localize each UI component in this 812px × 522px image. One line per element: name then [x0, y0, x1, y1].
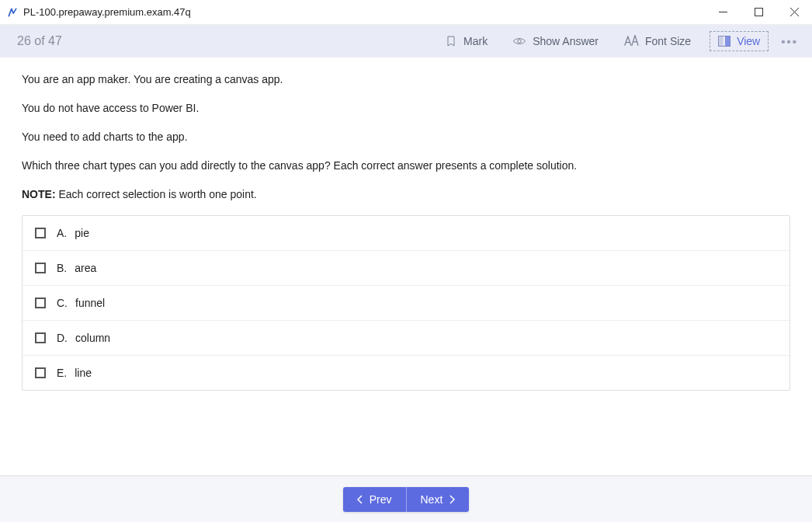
checkbox-icon	[35, 298, 46, 308]
answer-options: A. pie B. area C. funnel D. column E. li…	[22, 215, 790, 391]
mark-button[interactable]: Mark	[440, 32, 492, 50]
question-content: You are an app maker. You are creating a…	[0, 57, 812, 475]
option-letter: E.	[57, 367, 67, 379]
note-text: Each correct selection is worth one poin…	[56, 188, 257, 200]
svg-rect-0	[719, 12, 727, 12]
checkbox-icon	[35, 367, 46, 378]
next-label: Next	[421, 493, 443, 506]
option-text: funnel	[75, 297, 105, 309]
svg-rect-4	[719, 37, 724, 47]
option-c[interactable]: C. funnel	[23, 286, 789, 321]
view-button[interactable]: View	[710, 31, 769, 51]
option-text: area	[75, 262, 96, 274]
question-counter: 26 of 47	[17, 34, 62, 48]
app-icon	[6, 6, 19, 19]
font-size-label: Font Size	[645, 35, 691, 47]
chevron-right-icon	[449, 495, 455, 504]
question-paragraph: Which three chart types can you add dire…	[22, 158, 790, 174]
view-label: View	[737, 35, 760, 47]
question-paragraph: You do not have access to Power BI.	[22, 100, 790, 117]
option-a[interactable]: A. pie	[23, 216, 789, 251]
bookmark-icon	[445, 35, 457, 47]
close-button[interactable]	[776, 0, 812, 24]
svg-point-2	[518, 40, 522, 44]
eye-icon	[512, 34, 526, 48]
option-text: line	[75, 367, 92, 379]
svg-rect-1	[755, 9, 762, 16]
note-label: NOTE:	[22, 188, 56, 200]
question-paragraph: You need to add charts to the app.	[22, 129, 790, 145]
option-text: pie	[75, 227, 89, 239]
show-answer-button[interactable]: Show Answer	[508, 31, 603, 51]
option-letter: B.	[57, 262, 67, 274]
option-b[interactable]: B. area	[23, 251, 789, 286]
font-size-button[interactable]: Font Size	[619, 32, 696, 50]
option-letter: D.	[57, 332, 68, 344]
window-title: PL-100.prepaway.premium.exam.47q	[23, 6, 705, 18]
option-e[interactable]: E. line	[23, 356, 789, 390]
show-answer-label: Show Answer	[533, 35, 599, 47]
question-note: NOTE: Each correct selection is worth on…	[22, 186, 790, 203]
maximize-button[interactable]	[741, 0, 776, 24]
prev-button[interactable]: Prev	[343, 487, 407, 512]
toolbar: 26 of 47 Mark Show Answer Font Size View…	[0, 25, 812, 57]
option-text: column	[75, 332, 110, 344]
window-controls	[705, 0, 812, 24]
checkbox-icon	[35, 332, 46, 343]
minimize-button[interactable]	[705, 0, 741, 24]
font-size-icon	[623, 35, 639, 47]
svg-rect-5	[725, 37, 730, 47]
question-text: You are an app maker. You are creating a…	[22, 71, 790, 203]
question-paragraph: You are an app maker. You are creating a…	[22, 71, 790, 88]
more-button[interactable]: •••	[778, 35, 801, 48]
window-titlebar: PL-100.prepaway.premium.exam.47q	[0, 0, 812, 25]
bottom-nav: Prev Next	[0, 475, 812, 522]
prev-label: Prev	[370, 493, 392, 506]
checkbox-icon	[35, 263, 46, 273]
chevron-left-icon	[357, 495, 363, 504]
option-letter: C.	[57, 297, 68, 309]
option-d[interactable]: D. column	[23, 321, 789, 356]
next-button[interactable]: Next	[407, 487, 470, 512]
option-letter: A.	[57, 227, 67, 239]
mark-label: Mark	[463, 35, 488, 47]
view-layout-icon	[718, 36, 730, 47]
checkbox-icon	[35, 228, 46, 238]
